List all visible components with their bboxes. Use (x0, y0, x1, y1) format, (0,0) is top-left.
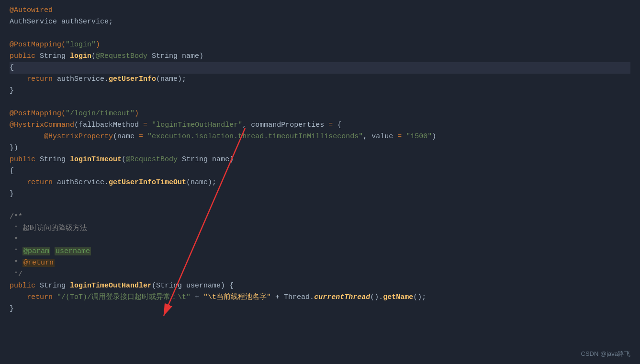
code-line-12: @HystrixProperty(name = "execution.isola… (10, 131, 630, 143)
code-line-1: @Autowired (10, 5, 630, 16)
code-line-15: { (10, 165, 630, 177)
code-line-10: @PostMapping("/login/timeout") (10, 108, 630, 120)
code-line-18 (10, 200, 630, 211)
code-line-17: } (10, 188, 630, 200)
code-line-11: @HystrixCommand(fallbackMethod = "loginT… (10, 120, 630, 131)
code-line-7: return authService.getUserInfo(name); (10, 74, 630, 85)
code-line-20: * 超时访问的降级方法 (10, 223, 630, 234)
code-line-3 (10, 28, 630, 39)
code-line-2: AuthService authService; (10, 16, 630, 28)
code-line-13: }) (10, 143, 630, 154)
code-line-6: { (10, 62, 630, 74)
code-line-14: public String loginTimeout(@RequestBody … (10, 154, 630, 165)
watermark: CSDN @java路飞 (581, 349, 631, 359)
code-line-5: public String login(@RequestBody String … (10, 51, 630, 62)
code-line-21: * (10, 234, 630, 246)
code-line-24: */ (10, 269, 630, 280)
code-line-19: /** (10, 211, 630, 223)
code-line-9 (10, 97, 630, 108)
code-line-25: public String loginTimeOutHandler(String… (10, 280, 630, 292)
code-line-27: } (10, 303, 630, 315)
code-line-4: @PostMapping("login") (10, 39, 630, 51)
code-line-22: * @param username (10, 246, 630, 257)
code-line-26: return "/(ToT)/调用登录接口超时或异常：\t" + "\t当前线程… (10, 292, 630, 303)
code-line-16: return authService.getUserInfoTimeOut(na… (10, 177, 630, 188)
code-line-23: * @return (10, 257, 630, 269)
code-line-8: } (10, 85, 630, 97)
code-editor: @Autowired AuthService authService; @Pos… (0, 0, 640, 364)
